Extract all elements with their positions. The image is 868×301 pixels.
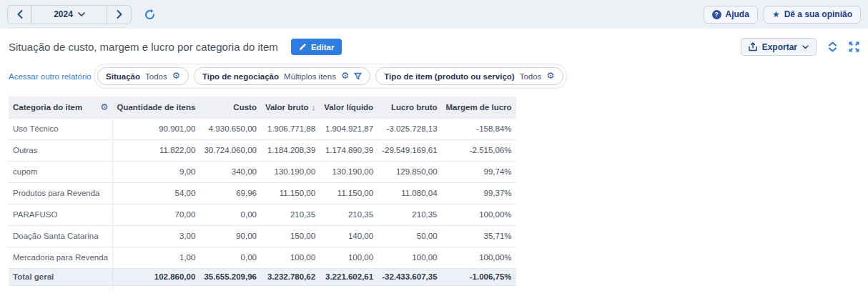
value-cell: 100,00 bbox=[261, 247, 320, 268]
table-row: Mercadoria para Revenda1,000,00100,00100… bbox=[9, 247, 516, 268]
fullscreen-icon bbox=[849, 41, 859, 52]
category-cell: Produtos para Revenda bbox=[9, 182, 112, 204]
value-cell: 90,00 bbox=[199, 225, 261, 247]
first-column-divider bbox=[113, 286, 114, 290]
value-cell: -158,84% bbox=[442, 118, 516, 139]
export-label: Exportar bbox=[762, 42, 797, 52]
value-cell: 100,00 bbox=[320, 247, 378, 268]
value-cell: 1.906.771,88 bbox=[261, 118, 320, 139]
column-header-valor-bruto[interactable]: Valor bruto↓ bbox=[261, 97, 320, 118]
value-cell: 69,96 bbox=[199, 182, 261, 204]
sort-desc-icon: ↓ bbox=[312, 103, 316, 112]
table-row: Doação Santa Catarina3,0090,00150,00140,… bbox=[9, 225, 516, 247]
filter-bar: Situação Todos ⚙ Tipo de negociação Múlt… bbox=[94, 64, 567, 89]
column-header-categoria[interactable]: Categoria do item ⚙ bbox=[9, 97, 112, 118]
column-header-valor-liquido[interactable]: Valor líquido bbox=[320, 97, 378, 118]
chevron-left-icon bbox=[17, 10, 23, 19]
category-cell: Mercadoria para Revenda bbox=[9, 247, 112, 268]
year-value: 2024 bbox=[54, 9, 73, 19]
refresh-icon bbox=[144, 9, 156, 21]
value-cell: 11.150,00 bbox=[261, 182, 320, 204]
export-button[interactable]: Exportar bbox=[741, 38, 817, 56]
table-row: cupom9,00340,00130.190,00130.190,00129.8… bbox=[9, 161, 516, 182]
total-label: Total geral bbox=[9, 268, 112, 285]
column-header-margem[interactable]: Margem de lucro bbox=[442, 97, 516, 118]
value-cell: -2.515,06% bbox=[442, 139, 516, 161]
value-cell: 99,74% bbox=[442, 161, 516, 182]
value-cell: 11.080,04 bbox=[378, 182, 441, 204]
report-table: Categoria do item ⚙ Quantidade de itens … bbox=[9, 97, 516, 286]
filter-value: Múltiplos itens bbox=[284, 72, 336, 81]
total-margem: -1.006,75% bbox=[442, 268, 516, 285]
total-quantidade: 102.860,00 bbox=[112, 268, 199, 285]
value-cell: 9,00 bbox=[112, 161, 199, 182]
total-valor-bruto: 3.232.780,62 bbox=[261, 268, 320, 285]
gear-icon[interactable]: ⚙ bbox=[341, 71, 349, 81]
filter-value: Todos bbox=[145, 72, 167, 81]
category-cell: Doação Santa Catarina bbox=[9, 225, 112, 247]
star-icon: ★ bbox=[772, 10, 780, 19]
value-cell: -3.025.728,13 bbox=[378, 118, 441, 139]
value-cell: 1,00 bbox=[112, 247, 199, 268]
value-cell: 35,71% bbox=[442, 225, 516, 247]
column-header-custo[interactable]: Custo bbox=[199, 97, 261, 118]
value-cell: 1.184.208,39 bbox=[261, 139, 320, 161]
value-cell: 99,37% bbox=[442, 182, 516, 204]
expand-rows-button[interactable] bbox=[828, 41, 837, 52]
fullscreen-button[interactable] bbox=[849, 41, 859, 52]
chevron-right-icon bbox=[117, 10, 122, 19]
table-row: Produtos para Revenda54,0069,9611.150,00… bbox=[9, 182, 516, 204]
value-cell: 130.190,00 bbox=[261, 161, 320, 182]
help-label: Ajuda bbox=[726, 9, 749, 19]
report-content: Situação de custo, margem e lucro por ca… bbox=[0, 38, 868, 290]
table-row: Uso Técnico90.901,004.930.650,001.906.77… bbox=[9, 118, 516, 139]
topbar: 2024 ? Ajuda ★ Dê a sua opinião bbox=[0, 0, 868, 29]
category-cell: Uso Técnico bbox=[9, 118, 112, 139]
previous-period-button[interactable] bbox=[8, 6, 32, 24]
help-button[interactable]: ? Ajuda bbox=[704, 6, 758, 24]
value-cell: 4.930.650,00 bbox=[199, 118, 261, 139]
table-header-row: Categoria do item ⚙ Quantidade de itens … bbox=[9, 97, 516, 118]
edit-button[interactable]: Editar bbox=[291, 39, 342, 55]
value-cell: 11.150,00 bbox=[320, 182, 378, 204]
value-cell: 100,00% bbox=[442, 204, 516, 225]
filter-chip-tipo-item[interactable]: Tipo de item (produto ou serviço) Todos … bbox=[375, 67, 563, 85]
column-header-lucro-bruto[interactable]: Lucro bruto bbox=[378, 97, 441, 118]
total-custo: 35.655.209,96 bbox=[199, 268, 261, 285]
filter-label: Tipo de negociação bbox=[202, 72, 279, 81]
total-row: Total geral 102.860,00 35.655.209,96 3.2… bbox=[9, 268, 516, 285]
next-period-button[interactable] bbox=[107, 6, 131, 24]
gear-icon[interactable]: ⚙ bbox=[172, 71, 180, 81]
column-header-quantidade[interactable]: Quantidade de itens bbox=[112, 97, 199, 118]
total-lucro-bruto: -32.433.607,35 bbox=[378, 268, 441, 285]
feedback-button[interactable]: ★ Dê a sua opinião bbox=[764, 6, 861, 24]
filter-value: Todos bbox=[520, 72, 542, 81]
page-title: Situação de custo, margem e lucro por ca… bbox=[9, 41, 278, 53]
value-cell: 210,35 bbox=[378, 204, 441, 225]
value-cell: 50,00 bbox=[378, 225, 441, 247]
value-cell: 90.901,00 bbox=[112, 118, 199, 139]
value-cell: 100,00% bbox=[442, 247, 516, 268]
filter-label: Tipo de item (produto ou serviço) bbox=[384, 72, 515, 81]
value-cell: 70,00 bbox=[112, 204, 199, 225]
question-circle-icon: ? bbox=[712, 10, 721, 19]
total-valor-liquido: 3.221.602,61 bbox=[320, 268, 378, 285]
value-cell: 1.174.890,39 bbox=[320, 139, 378, 161]
value-cell: 140,00 bbox=[320, 225, 378, 247]
table-row: PARAFUSO70,000,00210,35210,35210,35100,0… bbox=[9, 204, 516, 225]
value-cell: 150,00 bbox=[261, 225, 320, 247]
filter-chip-situacao[interactable]: Situação Todos ⚙ bbox=[97, 67, 189, 85]
funnel-icon[interactable] bbox=[354, 72, 362, 80]
feedback-label: Dê a sua opinião bbox=[784, 9, 852, 19]
year-dropdown[interactable]: 2024 bbox=[32, 6, 107, 24]
pencil-icon bbox=[299, 43, 307, 51]
value-cell: 0,00 bbox=[199, 204, 261, 225]
period-navigator: 2024 bbox=[7, 5, 132, 24]
refresh-button[interactable] bbox=[144, 9, 156, 21]
filter-chip-tipo-negociacao[interactable]: Tipo de negociação Múltiplos itens ⚙ bbox=[194, 67, 370, 85]
chevron-down-icon bbox=[802, 45, 809, 49]
gear-icon[interactable]: ⚙ bbox=[546, 71, 554, 81]
other-report-link[interactable]: Acessar outro relatório bbox=[9, 72, 92, 81]
gear-icon[interactable]: ⚙ bbox=[100, 103, 108, 112]
value-cell: -29.549.169,61 bbox=[378, 139, 441, 161]
